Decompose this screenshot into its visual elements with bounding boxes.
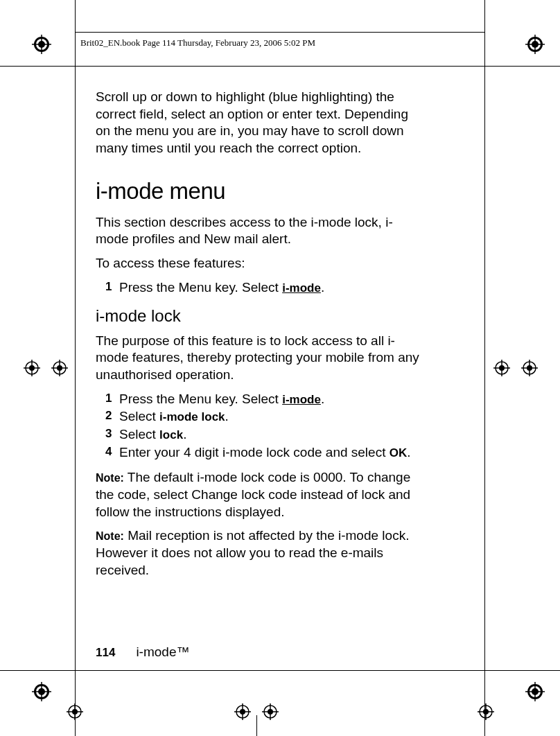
- step-item: 2 Select i-mode lock.: [105, 408, 421, 426]
- header-rule: [75, 32, 485, 33]
- step-text: Press the Menu key. Select i-mode.: [119, 279, 421, 297]
- page-frame-left: [75, 0, 76, 736]
- page-frame-bottom: [0, 670, 560, 671]
- note-default-code: Note: The default i-mode lock code is 00…: [96, 469, 421, 520]
- page-frame-top: [0, 66, 560, 67]
- step-text: Press the Menu key. Select i-mode.: [119, 391, 421, 408]
- registration-mark-icon: [32, 682, 51, 701]
- intro-paragraph: Scroll up or down to highlight (blue hig…: [96, 89, 421, 157]
- book-page-header: Brit02_EN.book Page 114 Thursday, Februa…: [80, 37, 315, 49]
- registration-mark-icon: [234, 703, 251, 720]
- step-text: Select i-mode lock.: [119, 408, 421, 426]
- step-number: 1: [105, 279, 119, 297]
- crop-mark-icon: [256, 715, 257, 736]
- step-text: Select lock.: [119, 426, 421, 444]
- step-text: Enter your 4 digit i-mode lock code and …: [119, 444, 421, 462]
- step-item: 1 Press the Menu key. Select i-mode.: [105, 391, 421, 408]
- step-number: 2: [105, 408, 119, 426]
- access-steps: 1 Press the Menu key. Select i-mode.: [105, 279, 421, 297]
- registration-mark-icon: [493, 360, 510, 376]
- imode-lock-description: The purpose of this feature is to lock a…: [96, 333, 421, 384]
- lock-steps: 1 Press the Menu key. Select i-mode. 2 S…: [105, 391, 421, 462]
- step-number: 4: [105, 444, 119, 462]
- page-content: Scroll up or down to highlight (blue hig…: [96, 89, 421, 586]
- heading-imode-menu: i-mode menu: [96, 178, 421, 204]
- registration-mark-icon: [525, 35, 545, 54]
- page-footer: 114i-mode™: [96, 645, 189, 660]
- heading-imode-lock: i-mode lock: [96, 306, 421, 326]
- registration-mark-icon: [32, 35, 51, 54]
- registration-mark-icon: [51, 360, 68, 376]
- registration-mark-icon: [262, 703, 279, 720]
- step-item: 3 Select lock.: [105, 426, 421, 444]
- access-instructions: To access these features:: [96, 255, 421, 272]
- registration-mark-icon: [521, 360, 538, 376]
- step-item: 1 Press the Menu key. Select i-mode.: [105, 279, 421, 297]
- page-frame-right: [484, 0, 485, 736]
- registration-mark-icon: [24, 360, 40, 376]
- step-number: 3: [105, 426, 119, 444]
- step-item: 4 Enter your 4 digit i-mode lock code an…: [105, 444, 421, 462]
- step-number: 1: [105, 391, 119, 408]
- note-mail-reception: Note: Mail reception is not affected by …: [96, 527, 421, 579]
- footer-section-title: i-mode™: [136, 645, 189, 659]
- imode-menu-description: This section describes access to the i-m…: [96, 214, 421, 248]
- registration-mark-icon: [478, 703, 494, 720]
- page-number: 114: [96, 646, 115, 659]
- registration-mark-icon: [525, 682, 545, 701]
